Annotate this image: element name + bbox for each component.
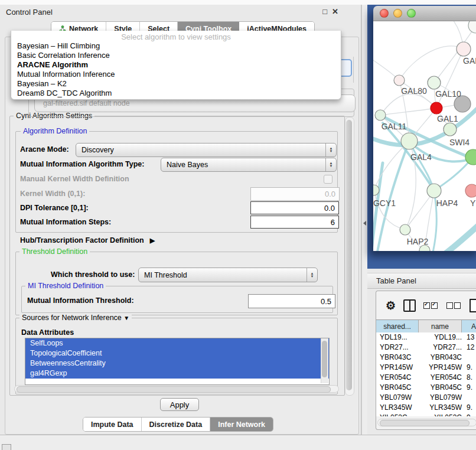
kernel-width-field[interactable]: 0.0 <box>250 187 340 201</box>
network-node[interactable] <box>465 184 476 197</box>
list-vertical-scrollbar[interactable] <box>321 338 328 383</box>
table-cell <box>464 393 476 403</box>
which-threshold-combo[interactable]: MI Threshold <box>138 268 318 282</box>
apply-button[interactable]: Apply <box>160 398 199 411</box>
table-row[interactable]: YER054CYER054C8. <box>376 373 476 383</box>
network-node[interactable] <box>465 149 476 165</box>
hub-definition-toggle[interactable]: Hub/Transcription Factor Definition ▶ <box>20 236 155 244</box>
zoom-traffic-light[interactable] <box>407 9 416 18</box>
table-cell: YBR043C <box>376 353 420 363</box>
table-row[interactable]: YLR345WYLR345W9. <box>376 403 476 413</box>
column-header[interactable]: shared... <box>376 320 419 333</box>
columns-icon[interactable] <box>403 299 416 312</box>
desktop-background: GALGAL80GAL10GAL1GAL11SWI4GAL4GCY1HAP4YH… <box>367 5 476 269</box>
select-all-icon[interactable] <box>423 302 439 309</box>
aracne-mode-label: Aracne Mode: <box>20 145 69 154</box>
node-label: GAL1 <box>437 114 458 123</box>
deselect-all-icon[interactable] <box>446 302 462 309</box>
dpi-tolerance-field[interactable]: 0.0 <box>250 201 339 214</box>
network-node[interactable] <box>444 123 457 136</box>
table-horizontal-scrollbar[interactable] <box>377 419 476 426</box>
network-edge[interactable] <box>442 223 476 251</box>
mi-threshold-field[interactable]: 0.5 <box>248 294 335 308</box>
table-row[interactable]: YPR145WYPR145W9. <box>376 363 476 373</box>
gear-icon[interactable]: ⚙ <box>386 300 396 311</box>
table-body: YDL19...YDL19...13YDR27...YDR27...12YBR0… <box>376 332 476 416</box>
network-edge[interactable] <box>380 108 436 115</box>
mi-type-value: Naive Bayes <box>161 161 325 169</box>
network-node[interactable] <box>394 75 405 86</box>
close-icon[interactable]: ✕ <box>332 7 338 17</box>
algorithm-option[interactable]: Basic Correlation Inference <box>11 51 341 60</box>
table-row[interactable]: YDL19...YDL19...13 <box>376 332 476 343</box>
which-threshold-label: Which threshold to use: <box>51 270 135 279</box>
manual-kernel-checkbox[interactable] <box>324 175 332 184</box>
resize-grip[interactable] <box>2 444 11 450</box>
algorithm-option[interactable]: Bayesian – Hill Climbing <box>11 41 341 51</box>
attribute-list-item[interactable]: gal4RGexp <box>25 369 329 379</box>
network-combo-value: gal-filtered.sif default node <box>43 99 130 107</box>
settings-vertical-scrollbar[interactable] <box>345 117 354 396</box>
node-label: HAP2 <box>407 237 429 246</box>
network-canvas[interactable]: GALGAL80GAL10GAL1GAL11SWI4GAL4GCY1HAP4YH… <box>373 21 476 251</box>
mi-steps-field[interactable]: 6 <box>250 216 339 229</box>
network-node[interactable] <box>427 184 441 198</box>
control-panel: Control Panel □ ✕ Network Style Select C… <box>0 5 361 435</box>
network-node[interactable] <box>400 224 410 235</box>
scrollbar-thumb[interactable] <box>380 420 470 426</box>
scrollbar-thumb[interactable] <box>346 120 352 390</box>
threshold-definition-title: Threshold Definition <box>19 247 90 256</box>
table-row[interactable]: YDR27...YDR27...12 <box>376 343 476 353</box>
table-panel: Table Panel ⚙ shared...nameA YDL19...YDL… <box>367 269 476 435</box>
algorithm-option[interactable]: Mutual Information Inference <box>11 70 341 79</box>
column-header[interactable]: A <box>462 320 476 333</box>
tab-infer-network[interactable]: Infer Network <box>210 418 273 431</box>
kernel-width-label: Kernel Width (0,1): <box>20 190 85 198</box>
tab-discretize-data[interactable]: Discretize Data <box>142 418 211 431</box>
window-titlebar[interactable] <box>373 6 476 21</box>
close-traffic-light[interactable] <box>380 9 389 18</box>
node-label: GAL80 <box>401 86 427 96</box>
algorithm-dropdown-popup: Select algorithm to view settings Bayesi… <box>11 31 341 100</box>
collapsed-arrow-icon: ▶ <box>150 237 155 244</box>
network-node[interactable] <box>431 102 442 114</box>
algorithm-option[interactable]: ARACNE Algorithm <box>11 60 341 70</box>
data-attributes-list[interactable]: SelfLoopsTopologicalCoefficientBetweenne… <box>25 338 330 385</box>
float-window-icon[interactable]: □ <box>322 7 327 17</box>
algorithm-option[interactable]: Bayesian – K2 <box>11 79 341 89</box>
bottom-strip <box>0 435 476 450</box>
table-row[interactable]: YIL053CYIL053C9 <box>376 413 476 416</box>
table-cell: YBL079W <box>376 393 420 403</box>
node-label: GAL <box>463 56 476 66</box>
table-row[interactable]: YBR045CYBR045C9. <box>376 383 476 393</box>
horizontal-scrollbar[interactable] <box>14 385 339 393</box>
splitter-arrow-icon[interactable] <box>363 221 366 226</box>
table-row[interactable]: YBL079WYBL079W <box>376 393 476 403</box>
mi-type-combo[interactable]: Naive Bayes <box>161 158 337 172</box>
table-panel-header: Table Panel <box>367 273 476 289</box>
attribute-list-item[interactable]: BetweennessCentrality <box>25 358 329 369</box>
attribute-list-item[interactable]: SelfLoops <box>25 338 329 348</box>
kernel-width-value: 0.0 <box>325 190 335 198</box>
node-label: GAL10 <box>435 89 461 99</box>
table-row[interactable]: YBR043CYBR043C <box>376 353 476 363</box>
column-header[interactable]: name <box>419 320 462 333</box>
table-cell: YPR145W <box>420 363 464 373</box>
network-edge[interactable] <box>399 46 464 80</box>
document-icon[interactable] <box>470 299 476 312</box>
network-node[interactable] <box>401 133 418 149</box>
attribute-list-item[interactable]: TopologicalCoefficient <box>25 348 329 358</box>
scrollbar-thumb[interactable] <box>322 341 327 377</box>
network-node[interactable] <box>457 42 471 56</box>
aracne-mode-combo[interactable]: Discovery <box>76 143 337 157</box>
sources-title[interactable]: Sources for Network Inference ▼ <box>19 314 132 322</box>
scrollbar-thumb[interactable] <box>17 386 331 393</box>
algorithm-option[interactable]: Dream8 DC_TDC Algorithm <box>11 89 341 98</box>
algorithm-options-list: Bayesian – Hill ClimbingBasic Correlatio… <box>11 41 341 98</box>
network-node[interactable] <box>428 76 441 89</box>
tab-impute-data[interactable]: Impute Data <box>83 418 142 431</box>
minimize-traffic-light[interactable] <box>393 9 402 18</box>
network-node[interactable] <box>468 21 476 33</box>
dpi-tolerance-value: 0.0 <box>324 204 335 213</box>
network-node[interactable] <box>375 110 386 120</box>
